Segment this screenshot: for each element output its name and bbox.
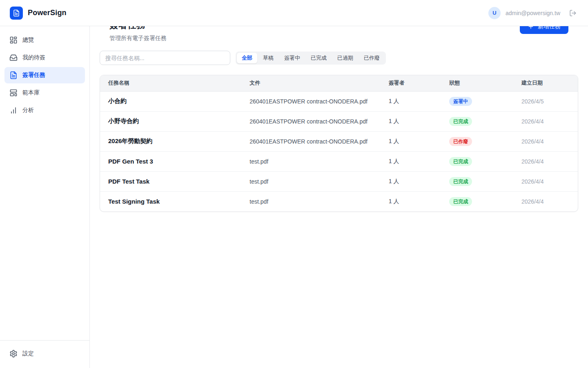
task-document: test.pdf: [241, 171, 380, 191]
column-header: 簽署者: [381, 75, 441, 91]
status-badge: 已完成: [449, 197, 472, 206]
sidebar-item-signing-tasks[interactable]: 簽署任務: [4, 67, 85, 83]
table-row[interactable]: PDF Gen Test 3test.pdf1 人已完成2026/4/4: [100, 151, 578, 171]
task-document: 260401EASTPOWER contract-ONODERA.pdf: [241, 91, 380, 111]
table-row[interactable]: 小野寺合約260401EASTPOWER contract-ONODERA.pd…: [100, 111, 578, 131]
task-document: 260401EASTPOWER contract-ONODERA.pdf: [241, 131, 380, 151]
logout-button[interactable]: [568, 8, 578, 18]
analytics-icon: [9, 106, 18, 114]
table-row[interactable]: PDF Test Tasktest.pdf1 人已完成2026/4/4: [100, 171, 578, 191]
sidebar-item-settings[interactable]: 設定: [4, 346, 85, 362]
sidebar-item-label: 設定: [22, 350, 34, 357]
user-email: admin@powersign.tw: [506, 10, 560, 16]
sidebar-footer: 設定: [0, 340, 89, 368]
sidebar-item-templates[interactable]: 範本庫: [4, 85, 85, 101]
sidebar-item-label: 範本庫: [22, 89, 40, 96]
app-logo: [10, 7, 23, 20]
app-header: PowerSign U admin@powersign.tw: [0, 0, 588, 26]
table-row[interactable]: 小合約260401EASTPOWER contract-ONODERA.pdf1…: [100, 91, 578, 111]
task-name: 小野寺合約: [108, 117, 139, 124]
task-name: 小合約: [108, 97, 127, 104]
task-date: 2026/4/4: [513, 191, 578, 211]
filter-tab-draft[interactable]: 草稿: [258, 53, 278, 63]
task-document: test.pdf: [241, 151, 380, 171]
task-date: 2026/4/4: [513, 111, 578, 131]
sidebar-item-label: 總覽: [22, 36, 34, 44]
filter-tab-completed[interactable]: 已完成: [306, 53, 332, 63]
status-badge: 已完成: [449, 117, 472, 126]
template-icon: [9, 89, 18, 97]
sidebar-item-label: 分析: [22, 107, 34, 114]
task-name: Test Signing Task: [108, 198, 160, 205]
brand: PowerSign: [10, 7, 67, 20]
sidebar-item-label: 簽署任務: [22, 72, 45, 79]
column-header: 文件: [241, 75, 380, 91]
sidebar-item-analytics[interactable]: 分析: [4, 102, 85, 119]
filter-tabs: 全部草稿簽署中已完成已過期已作廢: [236, 52, 386, 65]
status-badge: 已完成: [449, 157, 472, 166]
sidebar: 總覽我的待簽簽署任務範本庫分析 設定: [0, 26, 90, 368]
task-name: PDF Test Task: [108, 178, 149, 185]
app-name: PowerSign: [28, 9, 67, 17]
task-name: 2026年勞動契約: [108, 137, 152, 144]
table-row[interactable]: Test Signing Tasktest.pdf1 人已完成2026/4/4: [100, 191, 578, 211]
task-document: 260401EASTPOWER contract-ONODERA.pdf: [241, 111, 380, 131]
document-icon: [9, 71, 18, 79]
page-subtitle: 管理所有電子簽署任務: [109, 35, 167, 42]
status-badge: 簽署中: [449, 97, 472, 106]
task-date: 2026/4/4: [513, 171, 578, 191]
task-document: test.pdf: [241, 191, 380, 211]
task-date: 2026/4/4: [513, 151, 578, 171]
sidebar-item-label: 我的待簽: [22, 54, 45, 61]
filter-tab-voided[interactable]: 已作廢: [359, 53, 385, 63]
table-header-row: 任務名稱文件簽署者狀態建立日期: [100, 75, 578, 91]
gear-icon: [9, 350, 18, 358]
sidebar-item-overview[interactable]: 總覽: [4, 32, 85, 48]
task-signers: 1 人: [381, 151, 441, 171]
document-icon: [13, 9, 20, 17]
task-signers: 1 人: [381, 91, 441, 111]
filter-tab-all[interactable]: 全部: [237, 53, 257, 63]
table-row[interactable]: 2026年勞動契約260401EASTPOWER contract-ONODER…: [100, 131, 578, 151]
main-content: 簽署任務 管理所有電子簽署任務 新增任務 全部草稿簽署中已完成已過期已作廢 任務…: [90, 0, 588, 212]
avatar: U: [488, 7, 501, 19]
dashboard-icon: [9, 36, 18, 44]
search-input[interactable]: [100, 51, 230, 65]
task-signers: 1 人: [381, 131, 441, 151]
task-signers: 1 人: [381, 191, 441, 211]
filter-tab-signing[interactable]: 簽署中: [279, 53, 305, 63]
status-badge: 已作廢: [449, 137, 472, 146]
task-signers: 1 人: [381, 171, 441, 191]
tasks-table-card: 任務名稱文件簽署者狀態建立日期 小合約260401EASTPOWER contr…: [100, 75, 578, 212]
toolbar: 全部草稿簽署中已完成已過期已作廢: [100, 51, 578, 65]
user-area: U admin@powersign.tw: [488, 7, 578, 19]
column-header: 狀態: [441, 75, 513, 91]
column-header: 任務名稱: [100, 75, 241, 91]
inbox-icon: [9, 54, 18, 62]
logout-icon: [569, 9, 577, 17]
column-header: 建立日期: [513, 75, 578, 91]
task-name: PDF Gen Test 3: [108, 158, 153, 165]
tasks-table: 任務名稱文件簽署者狀態建立日期 小合約260401EASTPOWER contr…: [100, 75, 578, 211]
task-date: 2026/4/5: [513, 91, 578, 111]
sidebar-nav: 總覽我的待簽簽署任務範本庫分析: [0, 26, 89, 126]
task-date: 2026/4/4: [513, 131, 578, 151]
sidebar-item-my-pending[interactable]: 我的待簽: [4, 49, 85, 66]
status-badge: 已完成: [449, 177, 472, 186]
filter-tab-expired[interactable]: 已過期: [332, 53, 358, 63]
task-signers: 1 人: [381, 111, 441, 131]
